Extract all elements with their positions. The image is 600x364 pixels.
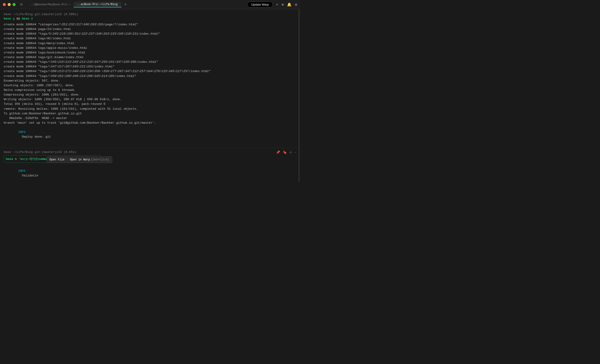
command-block-2: 📌 🔖 ⊞ ⋯ base ~/Life/Blog git:(master)±13… (0, 148, 300, 182)
open-in-warp-button[interactable]: Open in Warp (70, 158, 90, 161)
output-line-18: Total 356 (delta 161), reused 0 (delta 0… (4, 102, 296, 107)
tab-1-label: ..r@BaokkerMacBook-Pro:~ (30, 3, 70, 6)
maximize-button[interactable] (13, 3, 16, 6)
output-line-19: remote: Resolving deltas: 100% (161/161)… (4, 107, 296, 111)
pin-block-icon[interactable]: 📌 (276, 150, 280, 154)
hexo-n-command-box: hexo n 'Warp—现代的command line tool' Open … (4, 155, 101, 163)
output-line-13: Enumerating objects: 567, done. (4, 79, 296, 83)
output-line-7: create mode 100644 tags/bookinbook/index… (4, 50, 296, 55)
close-button[interactable] (3, 3, 6, 6)
command-block-1: base ~/Life/Blog git:(master)±13 (8.589s… (0, 9, 300, 146)
tooltip-popup: Open File | Open in Warp [Cmd+Click] (47, 156, 112, 163)
search-icon[interactable]: ⌕ (276, 2, 278, 7)
minimize-button[interactable] (8, 3, 11, 6)
tab-2[interactable]: ..acBook-Pro:~/Life/Blog (74, 2, 122, 8)
output-line-8: create mode 100644 tags/git-blame/index.… (4, 55, 296, 60)
block2-output: INFO Validatin INFO Created: ~/Life/Blog… (4, 164, 296, 182)
output-line-4: create mode 100644 tags/AI/index.html (4, 36, 296, 41)
output-line-15: Delta compression using up to 8 threads (4, 88, 296, 92)
prompt-1: base ~/Life/Blog git:(master)±13 (8.589s… (4, 13, 296, 16)
info-text-deploy: Deploy done: git (18, 135, 51, 138)
hexo-n-arg-container: 'Warp—现代的command line tool' Open File | … (19, 157, 71, 161)
info-validating-line: INFO Validatin (4, 164, 296, 182)
command-1: hexo g && hexo d (4, 17, 296, 20)
output-line-20: To github.com:Baokker/Baokker.github.io.… (4, 111, 296, 116)
output-line-23: INFO Deploy done: git (4, 125, 296, 144)
title-bar-right: Update Warp ⌕ ⊕ 🔔 ⚙ (247, 2, 297, 8)
update-warp-button[interactable]: Update Warp (247, 2, 273, 8)
terminal: base ~/Life/Blog git:(master)±13 (8.589s… (0, 9, 300, 182)
bookmark-block-icon[interactable]: 🔖 (283, 150, 287, 154)
tab-1[interactable]: ..r@BaokkerMacBook-Pro:~ (26, 2, 74, 7)
output-line-9: create mode 100644 "tags/\345\216\213\34… (4, 60, 296, 64)
tooltip-separator: | (66, 158, 68, 161)
cmd-arg-g: g (13, 17, 15, 20)
more-block-icon[interactable]: ⋯ (294, 150, 296, 154)
output-line-11: create mode 100644 "tags/\350\213\271\34… (4, 69, 296, 74)
scrollbar[interactable] (299, 9, 300, 182)
pin-icon[interactable]: ⊕ (282, 2, 284, 7)
settings-icon[interactable]: ⚙ (295, 2, 297, 7)
output-line-16: Compressing objects: 100% (201/201), don… (4, 92, 296, 97)
output-line-17: Writing objects: 100% (356/356), 200.07 … (4, 97, 296, 102)
output-line-21: 08a2e8e..528df3e HEAD -> master (4, 116, 296, 121)
cmd-space2: && (17, 17, 22, 20)
output-line-22: branch 'main' set up to track 'git@githu… (4, 121, 296, 125)
prompt-2: base ~/Life/Blog git:(master)±13 (0.65s) (4, 150, 296, 154)
cmd-arg-d: d (31, 17, 33, 20)
info-label-1: INFO (18, 169, 25, 173)
cmd-keyword-hexo-g: hexo (4, 17, 11, 20)
info-label-deploy: INFO (18, 130, 25, 134)
output-line-1: create mode 100644 "categories/\351\232\… (4, 22, 296, 27)
output-line-10: create mode 100644 "tags/\347\217\267\34… (4, 64, 296, 69)
output-line-14: Counting objects: 100% (567/567), done. (4, 83, 296, 88)
output-line-12: create mode 100644 "tags/\350\261\206\34… (4, 74, 296, 79)
filter-block-icon[interactable]: ⊞ (290, 150, 291, 154)
title-bar: ⊟ ..r@BaokkerMacBook-Pro:~ ..acBook-Pro:… (0, 0, 300, 9)
output-line-5: create mode 100644 tags/Warp/index.html (4, 41, 296, 46)
notification-icon[interactable]: 🔔 (287, 2, 292, 7)
block-toolbar: 📌 🔖 ⊞ ⋯ (276, 150, 296, 154)
cmd-space-n: n (15, 157, 19, 161)
output-block-1: create mode 100644 "categories/\351\232\… (4, 22, 296, 144)
sidebar-icon[interactable]: ⊟ (20, 2, 22, 7)
tooltip-shortcut: [Cmd+Click] (91, 158, 109, 161)
cmd-keyword-hexo-n: hexo (6, 157, 13, 161)
output-line-2: create mode 100644 page/23/index.html (4, 27, 296, 32)
traffic-lights (3, 3, 16, 6)
open-file-button[interactable]: Open File (49, 158, 65, 161)
tab-2-label: ..acBook-Pro:~/Life/Blog (77, 3, 118, 6)
output-line-6: create mode 100644 tags/apple-music/inde… (4, 46, 296, 50)
hexo-n-command-line: hexo n 'Warp—现代的command line tool' Open … (4, 155, 296, 163)
output-line-3: create mode 100644 "tags/5\345\210\206\3… (4, 32, 296, 36)
new-tab-button[interactable]: + (123, 2, 128, 7)
info-text-1: Validatin (18, 174, 38, 177)
tab-bar: ⊟ ..r@BaokkerMacBook-Pro:~ ..acBook-Pro:… (20, 2, 247, 8)
cmd-keyword-hexo-d: hexo (22, 17, 29, 20)
